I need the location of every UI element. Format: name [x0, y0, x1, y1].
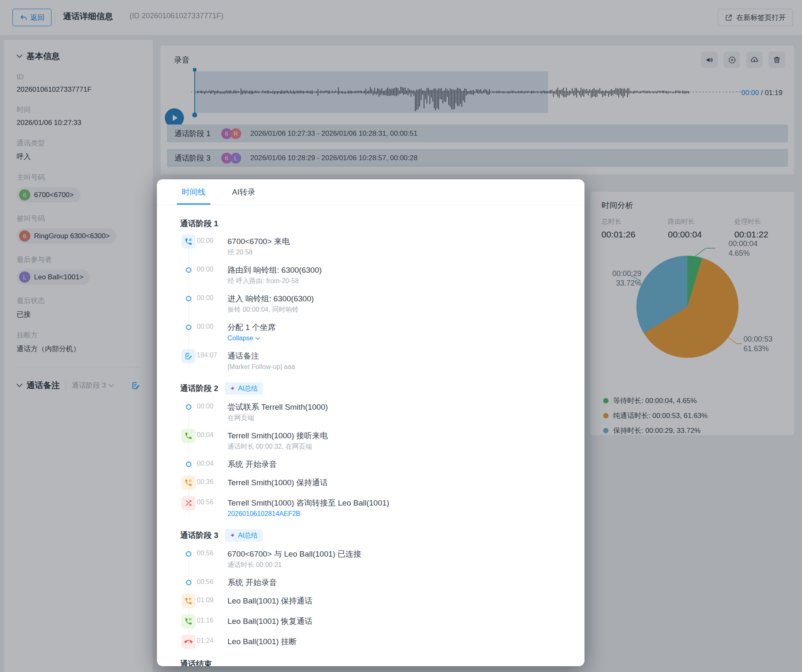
- tab-timeline[interactable]: 时间线: [180, 179, 207, 205]
- timeline-event: 00:00 路由到 响铃组: 6300(6300)经 呼入路由: from-20…: [180, 265, 561, 286]
- call-answered-icon: [181, 429, 196, 443]
- tab-ai-transcript[interactable]: AI转录: [230, 179, 257, 205]
- timeline-events-phase-1: 00:00 6700<6700> 来电经 20.58 00:00 路由到 响铃组…: [180, 237, 561, 371]
- call-transfer-icon: [181, 496, 196, 510]
- timeline-event: 00:00 进入 响铃组: 6300(6300)振铃 00:00:04, 同时响…: [180, 294, 561, 314]
- call-hold-icon: [181, 594, 196, 608]
- timeline-event: 00:56 系统 开始录音: [180, 578, 561, 588]
- timeline-dot-icon: [186, 296, 191, 301]
- call-ended-label: 通话结束: [180, 659, 561, 666]
- linked-call-id-link[interactable]: 20260106102814AEF2B: [227, 509, 300, 518]
- call-hold-icon: [181, 476, 196, 490]
- timeline-content: 通话阶段 1 00:00 6700<6700> 来电经 20.58 00:00 …: [157, 205, 584, 666]
- timeline-event: 00:36 Terrell Smith(1000) 保持通话: [180, 478, 561, 490]
- timeline-event: 01:24 Leo Ball(1001) 挂断: [180, 637, 561, 649]
- timeline-event: 01:16 Leo Ball(1001) 恢复通话: [180, 616, 561, 628]
- timeline-dot-icon: [186, 551, 191, 557]
- timeline-section-header-2: 通话阶段 2 ✦AI总结: [180, 382, 561, 395]
- timeline-event: 00:00 6700<6700> 来电经 20.58: [180, 237, 561, 257]
- timeline-event: 00:04 Terrell Smith(1000) 接听来电通话时长 00:00…: [180, 431, 561, 451]
- ai-summary-badge[interactable]: ✦AI总结: [225, 529, 263, 542]
- timeline-event: 00:56 Terrell Smith(1000) 咨询转接至 Leo Ball…: [180, 498, 561, 518]
- timeline-event: 00:04 系统 开始录音: [180, 459, 561, 469]
- call-hangup-icon: [181, 635, 196, 649]
- call-detail-page: 返回 通话详细信息 (ID 202601061027337771F) 在新标签页…: [0, 0, 802, 672]
- timeline-event: 01:09 Leo Ball(1001) 保持通话: [180, 596, 561, 608]
- call-note-icon: [181, 349, 196, 363]
- timeline-dot-icon: [186, 462, 191, 467]
- timeline-section-header-1: 通话阶段 1: [180, 218, 561, 229]
- timeline-dot-icon: [186, 404, 191, 410]
- timeline-modal: 时间线 AI转录 通话阶段 1 00:00 6700<6700> 来电经 20.…: [157, 179, 584, 666]
- timeline-event: 00:00 尝试联系 Terrell Smith(1000)在网页端: [180, 402, 561, 423]
- timeline-dot-icon: [186, 580, 191, 585]
- call-resume-icon: [181, 614, 196, 628]
- sparkle-icon: ✦: [230, 385, 235, 392]
- sparkle-icon: ✦: [230, 532, 235, 539]
- timeline-event: 00:00 分配 1 个坐席 Collapse: [180, 323, 561, 343]
- timeline-events-phase-2: 00:00 尝试联系 Terrell Smith(1000)在网页端 00:04…: [180, 402, 561, 518]
- timeline-events-phase-3: 00:56 6700<6700> 与 Leo Ball(1001) 已连接通话时…: [180, 549, 561, 649]
- timeline-dot-icon: [186, 325, 191, 330]
- incoming-call-icon: [181, 235, 196, 249]
- chevron-down-icon: [255, 337, 260, 340]
- timeline-section-header-3: 通话阶段 3 ✦AI总结: [180, 529, 561, 542]
- modal-tabs: 时间线 AI转录: [157, 179, 584, 205]
- timeline-event: 00:56 6700<6700> 与 Leo Ball(1001) 已连接通话时…: [180, 549, 561, 569]
- collapse-link[interactable]: Collapse: [227, 334, 260, 343]
- timeline-dot-icon: [186, 267, 191, 273]
- ai-summary-badge[interactable]: ✦AI总结: [225, 382, 263, 395]
- timeline-event: 184:07 通话备注[Market Follow-up] aaa: [180, 351, 561, 371]
